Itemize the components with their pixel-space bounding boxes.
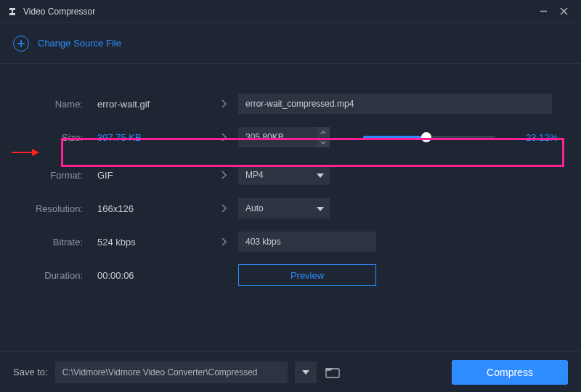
chevron-right-icon xyxy=(209,203,238,213)
format-select[interactable]: MP4 xyxy=(238,165,330,185)
svg-rect-1 xyxy=(9,13,15,15)
source-row: Change Source File xyxy=(0,23,581,64)
annotation-arrow xyxy=(12,149,39,156)
duration-row: Duration: 00:00:06 Preview xyxy=(0,264,581,286)
chevron-right-icon xyxy=(209,132,238,142)
compress-button[interactable]: Compress xyxy=(452,360,568,385)
format-row: Format: GIF MP4 xyxy=(0,164,581,186)
size-slider[interactable] xyxy=(363,136,495,139)
svg-rect-2 xyxy=(12,10,13,13)
footer-bar: Save to: C:\Vidmore\Vidmore Video Conver… xyxy=(0,351,581,392)
resolution-select-value: Auto xyxy=(245,203,264,213)
bitrate-row: Bitrate: 524 kbps 403 kbps xyxy=(0,231,581,253)
bitrate-label: Bitrate: xyxy=(0,237,93,248)
minimize-button[interactable] xyxy=(533,1,553,22)
size-step-up[interactable] xyxy=(317,127,330,137)
name-value: error-wait.gif xyxy=(93,99,209,110)
name-row: Name: error-wait.gif xyxy=(0,93,581,115)
title-bar: Video Compressor xyxy=(0,0,581,23)
open-folder-button[interactable] xyxy=(324,365,341,380)
svg-marker-9 xyxy=(317,207,324,211)
caret-down-icon xyxy=(317,170,324,180)
chevron-right-icon xyxy=(209,170,238,180)
size-row: Size: 397.75 KB -23.12% xyxy=(0,126,581,148)
format-value: GIF xyxy=(93,170,209,181)
save-path-dropdown[interactable] xyxy=(295,362,317,383)
resolution-select[interactable]: Auto xyxy=(238,198,330,219)
format-label: Format: xyxy=(0,170,93,181)
bitrate-output: 403 kbps xyxy=(238,232,376,252)
resolution-row: Resolution: 166x126 Auto xyxy=(0,197,581,219)
chevron-right-icon xyxy=(209,237,238,247)
resolution-label: Resolution: xyxy=(0,203,93,214)
save-to-label: Save to: xyxy=(13,367,48,377)
size-step-down[interactable] xyxy=(317,137,330,147)
resolution-value: 166x126 xyxy=(93,203,209,214)
bitrate-value: 524 kbps xyxy=(93,237,209,248)
duration-label: Duration: xyxy=(0,270,93,281)
preview-button[interactable]: Preview xyxy=(238,264,376,286)
app-icon xyxy=(7,7,17,17)
chevron-right-icon xyxy=(209,99,238,109)
format-select-value: MP4 xyxy=(245,170,264,180)
change-source-link[interactable]: Change Source File xyxy=(38,38,121,49)
svg-marker-10 xyxy=(302,370,309,375)
caret-down-icon xyxy=(317,203,324,213)
svg-rect-0 xyxy=(9,8,15,10)
duration-value: 00:00:06 xyxy=(93,270,209,281)
close-button[interactable] xyxy=(553,1,574,22)
output-name-input[interactable] xyxy=(238,94,552,114)
name-label: Name: xyxy=(0,99,93,110)
svg-marker-8 xyxy=(317,173,324,178)
size-reduction-pct: -23.12% xyxy=(514,132,558,143)
size-value: 397.75 KB xyxy=(93,132,209,143)
add-source-button[interactable] xyxy=(13,36,29,52)
app-title: Video Compressor xyxy=(23,7,533,17)
size-label: Size: xyxy=(0,132,93,143)
save-path-display[interactable]: C:\Vidmore\Vidmore Video Converter\Compr… xyxy=(55,362,288,383)
